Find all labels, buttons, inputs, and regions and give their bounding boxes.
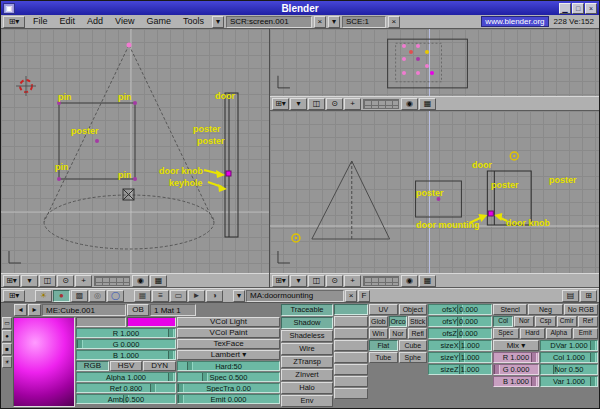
panel-align-icon[interactable]: ▤: [562, 290, 579, 302]
object-center-dot[interactable]: [409, 50, 413, 54]
menu-item[interactable]: Add: [81, 15, 109, 28]
offset-slider[interactable]: ofsY 0.000: [428, 316, 492, 327]
material-flag-toggle[interactable]: Env: [281, 395, 333, 407]
next-material-icon[interactable]: ▸: [28, 304, 41, 316]
coord-button[interactable]: Object: [399, 304, 428, 315]
mapto-button[interactable]: Csp: [535, 316, 555, 327]
object-center-dot[interactable]: [416, 71, 420, 75]
texture-color-slider[interactable]: G 0.000: [493, 364, 539, 375]
size-slider[interactable]: sizeX 1.000: [428, 340, 492, 351]
panel-menu-icon[interactable]: ⊞: [580, 290, 597, 302]
mapto-button[interactable]: Col: [493, 316, 513, 327]
mapto-amount-slider[interactable]: Var 1.000: [540, 376, 598, 387]
coord-button[interactable]: Orco: [389, 316, 408, 327]
shader-slider[interactable]: Spec 0.500: [177, 372, 280, 382]
ob-button[interactable]: OB: [127, 304, 149, 316]
projection-button[interactable]: Cube: [399, 340, 428, 351]
material-browse-icon[interactable]: ▾: [233, 290, 245, 302]
material-flag-toggle[interactable]: Traceable: [281, 304, 333, 316]
display-buttons-icon[interactable]: ▭: [170, 290, 187, 302]
texture-slot-button[interactable]: [334, 328, 368, 339]
mapto-button[interactable]: Stencl: [493, 304, 527, 315]
scene-browse-icon[interactable]: ▾: [328, 16, 340, 28]
material-buttons-icon[interactable]: ●: [53, 290, 70, 302]
material-name-field[interactable]: MA:doormounting: [246, 290, 344, 302]
screen-name-field[interactable]: SCR:screen.001: [226, 16, 312, 28]
material-flag-toggle[interactable]: Shadeless: [281, 330, 333, 342]
pivot-icon[interactable]: ⊙: [57, 275, 74, 287]
material-index-field[interactable]: 1 Mat 1: [150, 304, 196, 316]
layer-buttons[interactable]: [94, 276, 130, 286]
projection-button[interactable]: Tube: [369, 352, 398, 363]
menu-item[interactable]: Edit: [54, 15, 82, 28]
lock-icon[interactable]: ◉: [132, 275, 149, 287]
realtime-buttons-icon[interactable]: ◑: [206, 290, 223, 302]
color-mode-button[interactable]: HSV: [110, 361, 143, 371]
texture-color-slider[interactable]: B 1.000: [493, 376, 539, 387]
material-flag-toggle[interactable]: Wire: [281, 343, 333, 355]
render-preview-icon[interactable]: ▦: [150, 275, 167, 287]
mapto-button[interactable]: Neg: [528, 304, 562, 315]
menu-item[interactable]: View: [109, 15, 140, 28]
screen-delete-icon[interactable]: ×: [314, 16, 326, 28]
world-buttons-icon[interactable]: ◯: [107, 290, 124, 302]
lamp-buttons-icon[interactable]: ☀: [35, 290, 52, 302]
pivot-icon[interactable]: ⊙: [326, 98, 343, 110]
menu-item[interactable]: File: [27, 15, 54, 28]
mapto-button[interactable]: Ref: [578, 316, 598, 327]
vcol-toggle-button[interactable]: VCol Paint: [177, 328, 280, 338]
manipulator-icon[interactable]: +: [344, 98, 361, 110]
projection-button[interactable]: Flat: [369, 340, 398, 351]
render-preview-icon[interactable]: ▦: [419, 98, 436, 110]
window-type-icon[interactable]: ⊞▾: [3, 275, 20, 287]
diffuse-color-swatch[interactable]: [76, 317, 126, 327]
draw-mode-icon[interactable]: ◫: [39, 275, 56, 287]
mapto-button[interactable]: No RGB: [564, 304, 598, 315]
diffuse-shader-select[interactable]: Lambert ▾: [177, 350, 280, 360]
mapto-amount-slider[interactable]: Col 1.000: [540, 352, 598, 363]
titlebar[interactable]: ▣ Blender ▁ □ ×: [1, 1, 599, 15]
texture-slot-button[interactable]: [334, 376, 368, 387]
texture-color-slider[interactable]: R 1.000: [493, 352, 539, 363]
edit-buttons-icon[interactable]: ▦: [134, 290, 151, 302]
pivot-icon[interactable]: ⊙: [326, 275, 343, 287]
close-button[interactable]: ×: [585, 3, 597, 14]
lock-icon[interactable]: ◉: [401, 275, 418, 287]
vcol-toggle-button[interactable]: VCol Light: [177, 317, 280, 327]
color-slider[interactable]: G 0.000: [76, 339, 176, 349]
color-slider[interactable]: R 1.000: [76, 328, 176, 338]
material-delete-icon[interactable]: ×: [345, 290, 357, 302]
mapto-button[interactable]: Hard: [520, 328, 546, 339]
coord-button[interactable]: Stick: [408, 316, 427, 327]
manipulator-icon[interactable]: +: [344, 275, 361, 287]
screen-browse-icon[interactable]: ▾: [212, 16, 224, 28]
view-mode-icon[interactable]: ▾: [290, 275, 307, 287]
mesh-name-field[interactable]: ME:Cube.001: [42, 304, 126, 316]
menu-item[interactable]: Game: [140, 15, 177, 28]
view-mode-icon[interactable]: ▾: [290, 98, 307, 110]
menu-item[interactable]: Tools: [177, 15, 210, 28]
shader-slider[interactable]: Hard:50: [177, 361, 280, 371]
draw-mode-icon[interactable]: ◫: [308, 275, 325, 287]
texture-slot-button[interactable]: [334, 340, 368, 351]
object-center-dot[interactable]: [402, 44, 406, 48]
scene-delete-icon[interactable]: ×: [388, 16, 400, 28]
preview-cube-icon[interactable]: ■: [2, 343, 12, 355]
scene-name-field[interactable]: SCE:1: [342, 16, 386, 28]
coord-button[interactable]: Refl: [408, 328, 427, 339]
object-center-dot[interactable]: [425, 50, 429, 54]
object-center-dot[interactable]: [416, 44, 420, 48]
coord-button[interactable]: Win: [369, 328, 388, 339]
material-slider[interactable]: Alpha 1.000: [76, 372, 176, 382]
object-center-dot[interactable]: [402, 57, 406, 61]
mapto-button[interactable]: Alpha: [546, 328, 572, 339]
script-buttons-icon[interactable]: ≡: [152, 290, 169, 302]
specular-color-swatch[interactable]: [127, 317, 177, 327]
coord-button[interactable]: UV: [369, 304, 398, 315]
view-mode-icon[interactable]: ▾: [21, 275, 38, 287]
color-mode-button[interactable]: RGB: [76, 361, 109, 371]
object-center-dot[interactable]: [430, 71, 434, 75]
minimize-button[interactable]: ▁: [559, 3, 571, 14]
maximize-button[interactable]: □: [572, 3, 584, 14]
color-slider[interactable]: B 1.000: [76, 350, 176, 360]
